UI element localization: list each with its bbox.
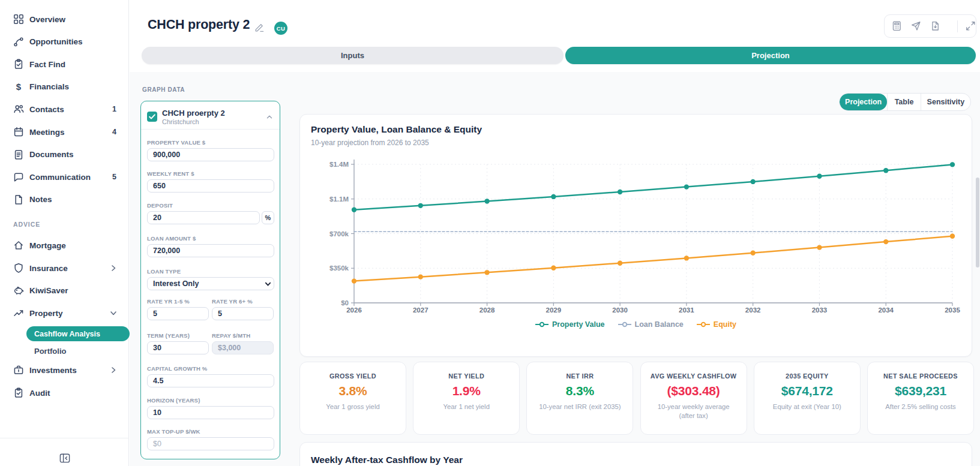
sidebar-item-contacts[interactable]: Contacts1 (6, 100, 125, 118)
max-top-up-wk-input[interactable]: $0 (147, 437, 274, 450)
shield-icon (13, 263, 24, 273)
field-label: LOAN AMOUNT $ (147, 235, 196, 242)
field-label: REPAY $/MTH (212, 332, 250, 339)
horizon-years--input[interactable]: 10 (147, 406, 274, 419)
divider (0, 438, 129, 438)
sidebar-item-insurance[interactable]: Insurance (6, 259, 125, 277)
sidebar-item-meetings[interactable]: Meetings4 (6, 123, 125, 141)
loan-amount--input[interactable]: 720,000 (147, 244, 274, 257)
divider (957, 20, 958, 32)
piggy-icon (13, 285, 24, 296)
view-tab-table[interactable]: Table (887, 94, 921, 110)
svg-text:$1.1M: $1.1M (329, 196, 349, 203)
chart-subtitle: 10-year projection from 2026 to 2035 (311, 139, 429, 147)
page-title: CHCH property 2 (148, 17, 250, 32)
capital-growth--input[interactable]: 4.5 (147, 374, 274, 387)
edit-title-icon[interactable] (254, 22, 265, 32)
svg-text:2026: 2026 (346, 306, 362, 314)
header-toolbar (884, 14, 976, 38)
nav-label: Overview (29, 15, 65, 24)
count-badge: 4 (112, 128, 116, 136)
property-name: CHCH proerpty 2 (162, 109, 225, 118)
svg-text:2028: 2028 (479, 306, 495, 314)
sidebar-item-documents[interactable]: Documents (6, 146, 125, 164)
weekly-rent--input[interactable]: 650 (147, 179, 274, 193)
avatar[interactable]: CU (274, 22, 287, 35)
nav-label: Notes (29, 195, 52, 204)
chevron-down-icon (264, 280, 272, 288)
field-label: WEEKLY RENT $ (147, 170, 194, 177)
sidebar-item-property[interactable]: Property (6, 304, 125, 322)
svg-text:$: $ (16, 82, 22, 92)
expand-icon[interactable] (966, 21, 976, 31)
weekly-cashflow-card: Weekly After-tax Cashflow by Year (299, 442, 972, 466)
view-tab-projection[interactable]: Projection (840, 94, 887, 110)
file-text-icon (13, 149, 24, 160)
sidebar-item-fact-find[interactable]: Fact Find (6, 55, 125, 73)
stat-label: NET SALE PROCEEDS (868, 372, 973, 380)
briefcase-icon (13, 365, 24, 375)
property-value--input[interactable]: 900,000 (147, 148, 274, 161)
stat-label: NET IRR (527, 372, 633, 380)
clipboard-check-icon (13, 59, 24, 70)
stat-value: ($303.48) (641, 384, 747, 398)
chevron-up-icon[interactable] (265, 113, 274, 121)
rate-yr-1-5--input[interactable]: 5 (147, 307, 209, 320)
sidebar: OverviewOpportunitiesFact Find$Financial… (0, 0, 129, 466)
rate-yr-6--input[interactable]: 5 (212, 307, 274, 320)
field-label: MAX TOP-UP $/WK (147, 428, 200, 435)
chart-title: Property Value, Loan Balance & Equity (311, 124, 482, 135)
legend-item-equity[interactable]: Equity (697, 320, 736, 329)
field-label: HORIZON (YEARS) (147, 397, 200, 404)
svg-text:2030: 2030 (612, 306, 628, 314)
divider (141, 129, 280, 130)
stat-card-gross-yield: GROSS YIELD3.8%Year 1 gross yield (299, 362, 406, 435)
home-icon (13, 240, 24, 251)
send-icon[interactable] (911, 21, 921, 31)
property-checkbox[interactable] (147, 112, 157, 122)
legend-item-property-value[interactable]: Property Value (535, 320, 605, 329)
property-inputs-card: CHCH proerpty 2 Christchurch PROPERTY VA… (140, 101, 280, 459)
tab-projection[interactable]: Projection (565, 47, 976, 64)
repay-mth-input[interactable]: $3,000 (212, 341, 274, 354)
sidebar-item-communication[interactable]: Communication5 (6, 168, 125, 186)
nav-label: Fact Find (29, 60, 65, 69)
trend-up-icon (13, 308, 24, 318)
sidebar-item-opportunities[interactable]: Opportunities (6, 33, 125, 51)
stat-label: GROSS YIELD (300, 372, 406, 380)
sidebar-item-mortgage[interactable]: Mortgage (6, 236, 125, 254)
stat-label: AVG WEEKLY CASHFLOW (641, 372, 747, 380)
scrollbar-thumb[interactable] (976, 178, 979, 267)
sidebar-collapse-button[interactable] (59, 453, 70, 464)
download-icon[interactable] (930, 21, 940, 31)
stat-card-net-irr: NET IRR8.3%10-year net IRR (exit 2035) (526, 362, 633, 435)
svg-text:$350k: $350k (329, 264, 349, 272)
sidebar-item-financials[interactable]: $Financials (6, 78, 125, 96)
sidebar-item-investments[interactable]: Investments (6, 361, 125, 379)
sidebar-item-portfolio[interactable]: Portfolio (34, 342, 66, 360)
view-tab-sensitivity[interactable]: Sensitivity (921, 94, 970, 110)
nav-label: Investments (29, 366, 77, 375)
sidebar-item-cashflow-analysis[interactable]: Cashflow Analysis (26, 326, 130, 341)
loan-type-input[interactable]: Interest Only (147, 277, 274, 290)
stat-value: 8.3% (527, 384, 633, 398)
nav-label: Communication (29, 173, 91, 182)
legend-item-loan-balance[interactable]: Loan Balance (618, 320, 684, 329)
stat-card-2035-equity: 2035 EQUITY$674,172Equity at exit (Year … (754, 362, 861, 435)
field-label: CAPITAL GROWTH % (147, 365, 207, 372)
advice-section-label: ADVICE (13, 221, 40, 228)
sidebar-item-overview[interactable]: Overview (6, 10, 125, 28)
clipboard-check-icon (13, 387, 24, 398)
stat-subtitle: Year 1 gross yield (300, 402, 406, 411)
term-years--input[interactable]: 30 (147, 341, 209, 354)
sidebar-item-kiwisaver[interactable]: KiwiSaver (6, 281, 125, 299)
nav-label: Property (29, 309, 63, 318)
sidebar-item-notes[interactable]: Notes (6, 191, 125, 209)
calculator-icon[interactable] (892, 21, 902, 31)
deposit-input[interactable]: 20 (147, 211, 260, 224)
tab-inputs[interactable]: Inputs (142, 47, 564, 64)
svg-text:$0: $0 (341, 299, 349, 306)
sidebar-item-audit[interactable]: Audit (6, 384, 125, 402)
field-label: RATE YR 1-5 % (147, 298, 190, 305)
stat-card-avg-weekly-cashflow: AVG WEEKLY CASHFLOW($303.48)10-year week… (640, 362, 747, 435)
